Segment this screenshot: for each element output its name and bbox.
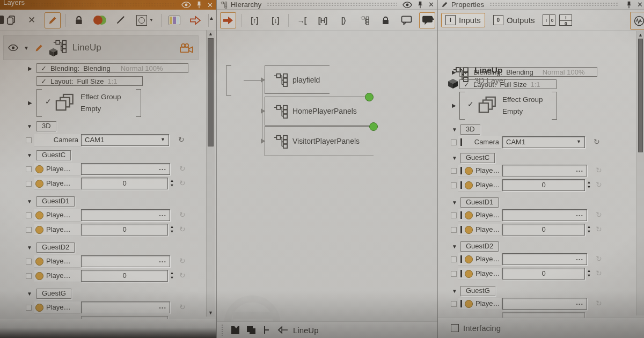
expander-icon[interactable]: ▼ bbox=[452, 200, 457, 205]
player-number-field[interactable]: 0 bbox=[502, 268, 585, 280]
blending-summary[interactable]: ✓ Blending: Blending Normal 100% bbox=[36, 63, 188, 73]
expander-icon[interactable]: ▶ bbox=[28, 100, 32, 106]
player-text-field[interactable]: ... bbox=[81, 163, 170, 175]
scroll-down-arrow[interactable]: ▼ bbox=[207, 310, 215, 315]
node-playfield[interactable]: playfield bbox=[269, 65, 330, 94]
reset-icon[interactable]: ↻ bbox=[596, 225, 602, 233]
expander-icon[interactable]: ▼ bbox=[452, 244, 457, 249]
reset-icon[interactable]: ↻ bbox=[596, 166, 602, 174]
node-expander-triangle[interactable] bbox=[261, 108, 265, 114]
stepper-control[interactable]: ▲▼ bbox=[169, 270, 175, 281]
browse-ellipsis[interactable]: ... bbox=[576, 165, 583, 173]
reset-icon[interactable]: ↻ bbox=[596, 254, 602, 263]
reset-icon[interactable]: ↻ bbox=[179, 303, 186, 311]
browse-ellipsis[interactable]: ... bbox=[159, 302, 166, 310]
export-up-button[interactable]: [↑] bbox=[246, 12, 262, 28]
node-visitortplayerpanels[interactable]: VisitortPlayerPanels bbox=[269, 126, 374, 156]
node-expander-triangle[interactable] bbox=[261, 77, 265, 83]
close-icon[interactable]: ✕ bbox=[207, 1, 213, 9]
stepper-control[interactable]: ▲▼ bbox=[586, 268, 592, 279]
interfacing-checkbox[interactable] bbox=[451, 324, 459, 332]
row-checkbox[interactable] bbox=[451, 168, 457, 174]
lock-button[interactable] bbox=[377, 12, 393, 28]
layout-summary[interactable]: ✓ Layout: Full Size 1:1 bbox=[36, 76, 143, 86]
wrap-nodes-button[interactable]: [⟩ bbox=[335, 12, 352, 28]
reset-icon[interactable]: ↻ bbox=[178, 135, 185, 144]
color-swatch-button[interactable] bbox=[166, 12, 182, 28]
expander-icon[interactable]: ▼ bbox=[452, 127, 457, 133]
expander-icon[interactable]: ▼ bbox=[27, 245, 32, 251]
group-nodes-button[interactable]: [H] bbox=[314, 12, 331, 28]
line-tool-button[interactable] bbox=[113, 12, 129, 28]
properties-scrollbar[interactable]: ▲ bbox=[636, 31, 644, 315]
reset-icon[interactable]: ↻ bbox=[179, 256, 186, 265]
branch-icon[interactable] bbox=[263, 326, 269, 334]
reset-icon[interactable]: ↻ bbox=[596, 269, 602, 277]
reset-icon[interactable]: ↻ bbox=[179, 210, 186, 219]
player-number-field[interactable]: 0 bbox=[502, 224, 585, 236]
section-label[interactable]: GuestC bbox=[36, 150, 71, 160]
section-label[interactable]: GuestG bbox=[460, 286, 495, 296]
browse-ellipsis[interactable]: ... bbox=[159, 256, 166, 264]
section-label[interactable]: GuestG bbox=[36, 289, 71, 299]
section-label[interactable]: 3D bbox=[460, 124, 480, 135]
expander-icon[interactable]: ▶ bbox=[452, 69, 456, 75]
row-checkbox[interactable] bbox=[26, 305, 32, 311]
layout-summary[interactable]: ✓ Layout: Full Size 1:1 bbox=[459, 79, 557, 89]
export-down-button[interactable]: [↓] bbox=[267, 12, 283, 28]
row-checkbox[interactable] bbox=[451, 271, 457, 277]
delete-button[interactable]: ✕ bbox=[24, 12, 40, 28]
row-checkbox[interactable] bbox=[451, 182, 457, 188]
expander-icon[interactable]: ▼ bbox=[452, 288, 457, 294]
row-checkbox[interactable] bbox=[26, 212, 32, 218]
reset-icon[interactable]: ↻ bbox=[179, 271, 186, 280]
eye-icon[interactable] bbox=[181, 1, 191, 9]
properties-titlebar[interactable]: Properties ✕ bbox=[438, 0, 644, 10]
eye-icon[interactable] bbox=[402, 1, 412, 9]
layer-visibility-eye-icon[interactable] bbox=[8, 45, 18, 51]
row-checkbox[interactable] bbox=[26, 166, 32, 172]
stepper-control[interactable]: ▲▼ bbox=[169, 178, 175, 189]
row-checkbox[interactable] bbox=[451, 256, 457, 262]
section-label[interactable]: GuestD1 bbox=[460, 197, 499, 208]
tab-outputs[interactable]: 0 Outputs bbox=[489, 13, 539, 27]
expander-icon[interactable]: ▼ bbox=[27, 199, 32, 204]
layers-titlebar[interactable]: Layers ✕ bbox=[0, 0, 216, 10]
scroll-up-arrow[interactable]: ▲ bbox=[637, 32, 644, 38]
player-text-field[interactable]: ... bbox=[81, 302, 170, 313]
browse-ellipsis[interactable]: ... bbox=[576, 298, 583, 306]
player-text-field[interactable]: ... bbox=[81, 209, 170, 221]
row-checkbox[interactable] bbox=[26, 259, 32, 264]
layers-scrollbar[interactable]: ▲ ▼ bbox=[206, 30, 215, 317]
state-toggle-button[interactable] bbox=[92, 12, 108, 28]
row-checkbox[interactable] bbox=[451, 139, 457, 145]
row-checkbox[interactable] bbox=[451, 227, 457, 233]
blending-summary[interactable]: ✓ Blending: Blending Normal 100% bbox=[459, 67, 597, 77]
toolbar-scroll-up[interactable]: ▲ bbox=[209, 15, 214, 21]
player-number-field[interactable]: 0 bbox=[81, 224, 168, 236]
section-label[interactable]: GuestC bbox=[460, 153, 495, 163]
hierarchy-titlebar[interactable]: Hierarchy ✕ bbox=[217, 0, 437, 10]
player-text-field[interactable]: ... bbox=[502, 253, 587, 265]
reset-icon[interactable]: ↻ bbox=[596, 210, 602, 219]
camera-dropdown[interactable]: CAM1 ▼ bbox=[502, 136, 585, 148]
section-label[interactable]: 3D bbox=[36, 121, 56, 131]
expander-icon[interactable]: ▼ bbox=[452, 155, 457, 161]
player-text-field[interactable]: ... bbox=[502, 165, 587, 177]
io-stacked-view-button[interactable]: I0 bbox=[559, 14, 572, 26]
expander-icon[interactable]: ▶ bbox=[452, 102, 456, 108]
camera-icon[interactable] bbox=[179, 43, 194, 53]
insert-before-button[interactable]: →[ bbox=[294, 12, 310, 28]
marquee-select-button[interactable]: ▼ bbox=[134, 12, 156, 28]
pin-icon[interactable] bbox=[415, 1, 425, 9]
player-text-field[interactable]: ... bbox=[502, 298, 587, 310]
reset-icon[interactable]: ↻ bbox=[179, 225, 186, 233]
row-checkbox[interactable] bbox=[451, 212, 457, 218]
bookmark-icon[interactable] bbox=[231, 326, 239, 334]
player-text-field[interactable]: ... bbox=[502, 209, 587, 221]
layer-row-lineup[interactable]: ▼ LineUp bbox=[3, 35, 199, 60]
stepper-control[interactable]: ▲▼ bbox=[169, 224, 175, 235]
reset-icon[interactable]: ↻ bbox=[596, 299, 602, 307]
browse-ellipsis[interactable]: ... bbox=[159, 164, 166, 172]
close-icon[interactable]: ✕ bbox=[428, 1, 434, 9]
